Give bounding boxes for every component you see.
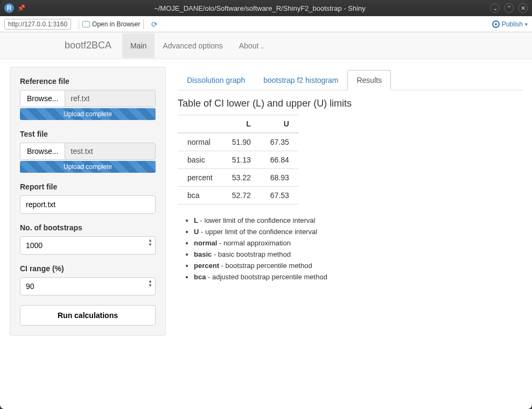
browser-icon [82, 21, 90, 27]
row-u: 67.53 [261, 187, 299, 204]
legend-item: basic - basic bootstrap method [194, 250, 522, 258]
reference-browse-button[interactable]: Browse... [20, 90, 65, 107]
row-name: percent [178, 169, 222, 187]
nav-about[interactable]: About .. [231, 33, 273, 58]
col-header-l: L [222, 115, 261, 133]
results-title: Table of CI lower (L) and upper (U) limi… [178, 98, 522, 109]
row-l: 52.72 [222, 187, 261, 204]
table-row: percent53.2268.93 [178, 169, 299, 187]
tab-dissolution-graph[interactable]: Dissolution graph [178, 70, 254, 90]
minimize-button[interactable]: ⌄ [490, 3, 500, 13]
reference-upload-progress: Upload complete [20, 108, 156, 120]
report-file-label: Report file [20, 182, 156, 191]
ci-range-input[interactable] [20, 277, 156, 295]
legend-item: U - upper limit of the confidence interv… [194, 228, 522, 236]
col-header-u: U [261, 115, 299, 133]
run-calculations-button[interactable]: Run calculations [20, 305, 156, 326]
toolbar-separator [143, 19, 144, 29]
row-name: normal [178, 133, 222, 151]
window-title: ~/MOJE_DANE/olo/Software/software_R/Shin… [30, 4, 490, 12]
report-file-group: Report file [20, 182, 156, 214]
bootstraps-step-down[interactable]: ▼ [148, 243, 152, 247]
rstudio-icon: R [4, 3, 14, 13]
row-l: 51.13 [222, 151, 261, 169]
results-table: L U normal51.9067.35basic51.1366.84perce… [178, 115, 299, 204]
table-row: normal51.9067.35 [178, 133, 299, 151]
reference-filename: ref.txt [65, 90, 156, 107]
nav-main[interactable]: Main [122, 33, 155, 58]
test-file-label: Test file [20, 130, 156, 138]
ci-step-down[interactable]: ▼ [148, 284, 152, 288]
tab-bootstrap-histogram[interactable]: bootstrap f2 histogram [254, 70, 347, 90]
row-l: 53.22 [222, 169, 261, 187]
report-file-input[interactable] [20, 195, 156, 214]
ci-range-group: CI range (%) ▲ ▼ [20, 264, 156, 295]
open-in-browser-button[interactable]: Open in Browser [82, 20, 140, 28]
row-u: 68.93 [261, 169, 299, 187]
chevron-down-icon: ▾ [525, 22, 528, 27]
row-name: bca [178, 187, 222, 204]
toolbar-separator [79, 19, 79, 29]
test-filename: test.txt [65, 143, 156, 160]
nav-advanced-options[interactable]: Advanced options [155, 33, 230, 58]
legend-item: L - lower limit of the confidence interv… [194, 216, 522, 224]
bootstraps-group: No. of bootstraps ▲ ▼ [20, 223, 156, 255]
legend-item: normal - normal approximation [194, 239, 522, 247]
address-box[interactable]: http://127.0.0.1:3160 [4, 19, 71, 30]
test-browse-button[interactable]: Browse... [20, 143, 65, 160]
bootstraps-label: No. of bootstraps [20, 223, 156, 232]
navbar: bootf2BCA Main Advanced options About .. [0, 32, 532, 59]
row-name: basic [178, 151, 222, 169]
tab-results[interactable]: Results [347, 70, 391, 90]
ci-range-label: CI range (%) [20, 264, 156, 273]
test-file-group: Test file Browse... test.txt Upload comp… [20, 130, 156, 173]
main-panel: Dissolution graph bootstrap f2 histogram… [178, 67, 522, 336]
row-l: 51.90 [222, 133, 261, 151]
table-row: bca52.7267.53 [178, 187, 299, 204]
pin-icon[interactable]: 📌 [17, 4, 25, 12]
publish-label: Publish [502, 20, 523, 28]
app-brand: bootf2BCA [65, 40, 111, 51]
open-in-browser-label: Open in Browser [92, 20, 140, 28]
row-u: 67.35 [261, 133, 299, 151]
refresh-button[interactable]: ⟳ [151, 20, 158, 29]
reference-file-group: Reference file Browse... ref.txt Upload … [20, 77, 156, 120]
test-upload-progress: Upload complete [20, 161, 156, 173]
maximize-button[interactable]: ⌃ [504, 3, 514, 13]
window-titlebar: R 📌 ~/MOJE_DANE/olo/Software/software_R/… [0, 0, 532, 16]
table-row: basic51.1366.84 [178, 151, 299, 169]
legend-item: percent - bootstrap percentile method [194, 262, 522, 270]
sidebar: Reference file Browse... ref.txt Upload … [10, 67, 166, 336]
col-header-empty [178, 115, 222, 133]
close-button[interactable]: ✕ [518, 3, 528, 13]
results-legend: L - lower limit of the confidence interv… [178, 216, 522, 281]
bootstraps-input[interactable] [20, 236, 156, 255]
publish-icon [492, 20, 500, 28]
publish-button[interactable]: Publish ▾ [492, 20, 528, 28]
app-toolbar: http://127.0.0.1:3160 Open in Browser ⟳ … [0, 16, 532, 32]
legend-item: bca - adjusted bootstrap percentile meth… [194, 273, 522, 281]
row-u: 66.84 [261, 151, 299, 169]
tabset: Dissolution graph bootstrap f2 histogram… [178, 70, 522, 90]
reference-file-label: Reference file [20, 77, 156, 86]
